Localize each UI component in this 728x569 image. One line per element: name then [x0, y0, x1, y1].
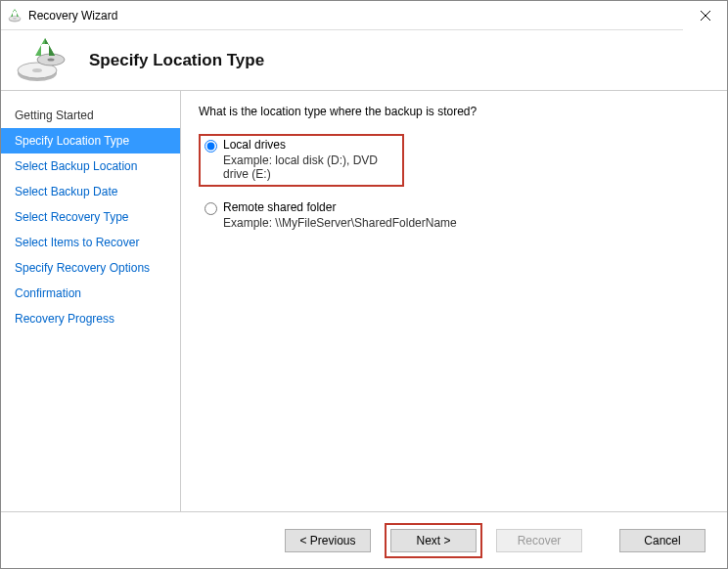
step-specify-recovery-options[interactable]: Specify Recovery Options: [1, 255, 180, 281]
previous-button[interactable]: < Previous: [285, 529, 371, 552]
close-button[interactable]: [683, 1, 727, 30]
step-select-items-to-recover[interactable]: Select Items to Recover: [1, 230, 180, 255]
recovery-drive-icon: [15, 37, 73, 84]
option-local-drives-example: Example: local disk (D:), DVD drive (E:): [223, 153, 398, 181]
titlebar: Recovery Wizard: [1, 1, 727, 30]
wizard-content: What is the location type where the back…: [181, 91, 727, 511]
radio-local-drives[interactable]: [205, 140, 217, 153]
option-remote-shared-folder[interactable]: Remote shared folder Example: \\MyFileSe…: [199, 197, 705, 236]
step-specify-location-type[interactable]: Specify Location Type: [1, 128, 180, 153]
radio-remote-shared-folder[interactable]: [205, 202, 217, 215]
step-sidebar: Getting Started Specify Location Type Se…: [1, 91, 181, 511]
step-getting-started[interactable]: Getting Started: [1, 103, 180, 128]
step-confirmation[interactable]: Confirmation: [1, 281, 180, 306]
option-local-drives-label: Local drives: [223, 138, 398, 152]
app-icon: [7, 8, 23, 23]
cancel-button[interactable]: Cancel: [619, 529, 705, 552]
step-recovery-progress[interactable]: Recovery Progress: [1, 306, 180, 331]
page-title: Specify Location Type: [89, 51, 264, 70]
wizard-header: Specify Location Type: [1, 30, 727, 91]
svg-point-2: [13, 18, 17, 20]
svg-point-7: [32, 68, 42, 72]
next-button-highlight: Next >: [385, 523, 482, 558]
next-button[interactable]: Next >: [390, 529, 477, 552]
step-select-recovery-type[interactable]: Select Recovery Type: [1, 204, 180, 230]
step-select-backup-location[interactable]: Select Backup Location: [1, 153, 180, 179]
option-remote-label: Remote shared folder: [223, 200, 457, 214]
wizard-body: Getting Started Specify Location Type Se…: [1, 91, 727, 511]
step-select-backup-date[interactable]: Select Backup Date: [1, 179, 180, 204]
option-local-drives[interactable]: Local drives Example: local disk (D:), D…: [199, 134, 404, 187]
svg-point-9: [48, 58, 55, 61]
question-text: What is the location type where the back…: [199, 105, 705, 118]
wizard-footer: < Previous Next > Recover Cancel: [1, 511, 727, 568]
window-title: Recovery Wizard: [28, 9, 683, 22]
option-remote-example: Example: \\MyFileServer\SharedFolderName: [223, 216, 457, 230]
recover-button: Recover: [496, 529, 582, 552]
